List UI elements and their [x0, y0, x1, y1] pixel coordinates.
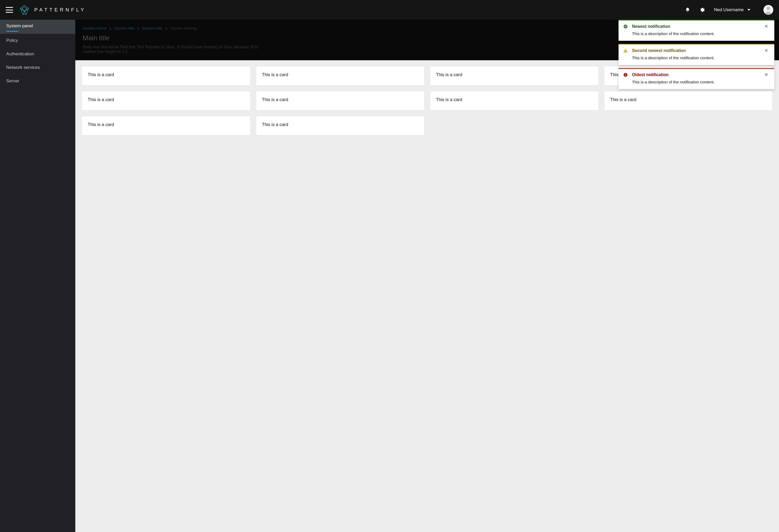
card-text: This is a card [436, 97, 462, 102]
sidebar-item-label: Server [6, 78, 19, 83]
check-circle-icon [623, 24, 630, 30]
chevron-down-icon [747, 9, 751, 11]
card[interactable]: This is a card [256, 66, 424, 85]
card[interactable]: This is a card [82, 66, 250, 85]
card[interactable]: This is a card [82, 92, 250, 110]
alert-description: This is a description of the notificatio… [632, 80, 770, 84]
header-actions: Ned Username [685, 5, 773, 15]
error-circle-icon [623, 72, 630, 78]
main-content: Section home ❯ Section title ❯ Section t… [75, 20, 779, 532]
user-menu[interactable]: Ned Username [714, 7, 751, 12]
logo-text: Patternfly [34, 7, 86, 13]
card-text: This is a card [262, 72, 288, 77]
alert-title: Second newest notification [632, 48, 761, 54]
card[interactable]: This is a card [430, 92, 598, 110]
alert-description: This is a description of the notificatio… [632, 32, 770, 36]
card[interactable]: This is a card [430, 66, 598, 85]
card-text: This is a card [436, 72, 462, 77]
alert-stack: Newest notification This is a descriptio… [618, 20, 774, 89]
card-text: This is a card [262, 122, 288, 127]
avatar[interactable] [764, 5, 773, 15]
chevron-right-icon: ❯ [109, 26, 112, 30]
breadcrumb-link[interactable]: Section title [114, 26, 134, 31]
page-body: Body text should be Red Hat Text Regular… [82, 45, 259, 54]
close-icon[interactable] [763, 48, 770, 54]
sidebar-item-authentication[interactable]: Authentication [0, 47, 75, 61]
alert-success: Newest notification This is a descriptio… [618, 20, 774, 41]
hamburger-icon[interactable] [6, 7, 13, 13]
svg-rect-10 [625, 52, 626, 52]
sidebar: System panel Policy Authentication Netwo… [0, 20, 75, 532]
logo[interactable]: Patternfly [19, 5, 86, 15]
svg-point-7 [767, 7, 770, 10]
svg-line-6 [24, 11, 26, 14]
sidebar-item-server[interactable]: Server [0, 74, 75, 88]
svg-line-5 [23, 11, 24, 14]
svg-rect-12 [625, 74, 626, 75]
alert-title: Oldest notification [632, 72, 761, 78]
breadcrumb-link[interactable]: Section title [142, 26, 162, 31]
close-icon[interactable] [763, 24, 770, 30]
card-text: This is a card [610, 97, 637, 102]
svg-rect-9 [625, 50, 626, 51]
app-header: Patternfly Ned Username [0, 0, 779, 20]
card[interactable]: This is a card [82, 116, 250, 135]
sidebar-item-label: Authentication [6, 51, 34, 56]
breadcrumb-link[interactable]: Section home [82, 26, 107, 31]
close-icon[interactable] [763, 72, 770, 78]
sidebar-item-label: Policy [6, 38, 18, 43]
logo-mark-icon [19, 5, 29, 15]
bell-icon[interactable] [685, 7, 690, 12]
user-name: Ned Username [714, 7, 744, 12]
chevron-right-icon: ❯ [165, 26, 168, 30]
sidebar-item-label: System panel [6, 23, 33, 28]
card-area: This is a card This is a card This is a … [75, 60, 779, 532]
breadcrumb-current: Section landing [170, 26, 197, 31]
alert-description: This is a description of the notificatio… [632, 56, 770, 60]
warning-triangle-icon [623, 48, 630, 54]
alert-warning: Second newest notification This is a des… [618, 44, 774, 65]
sidebar-item-policy[interactable]: Policy [0, 34, 75, 47]
card-text: This is a card [88, 122, 114, 127]
card[interactable]: This is a card [256, 92, 424, 110]
svg-rect-13 [625, 75, 626, 76]
alert-danger: Oldest notification This is a descriptio… [618, 68, 774, 89]
sidebar-item-label: Network services [6, 65, 40, 70]
card[interactable]: This is a card [604, 92, 773, 110]
svg-marker-0 [20, 5, 28, 11]
sidebar-item-network-services[interactable]: Network services [0, 61, 75, 74]
card-text: This is a card [88, 97, 114, 102]
gear-icon[interactable] [700, 7, 705, 12]
card-text: This is a card [262, 97, 288, 102]
card-text: This is a card [88, 72, 114, 77]
chevron-right-icon: ❯ [137, 26, 139, 30]
card[interactable]: This is a card [256, 116, 424, 135]
alert-title: Newest notification [632, 24, 761, 30]
sidebar-item-system-panel[interactable]: System panel [0, 20, 75, 34]
